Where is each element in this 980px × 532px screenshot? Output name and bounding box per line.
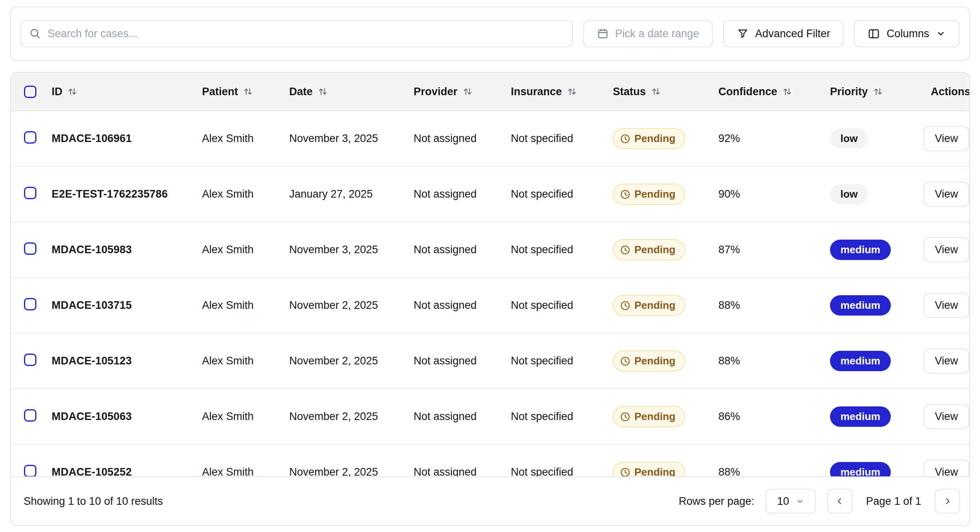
table-row: E2E-TEST-1762235786 Alex Smith January 2…	[11, 167, 969, 222]
search-icon	[29, 28, 41, 40]
actions-cell: View	[921, 460, 969, 476]
patient-name: Alex Smith	[202, 410, 289, 423]
status-badge: Pending	[613, 295, 685, 316]
row-checkbox[interactable]	[24, 131, 36, 144]
case-date: November 2, 2025	[289, 466, 414, 476]
sort-arrows-icon	[872, 86, 884, 98]
clock-icon	[620, 356, 630, 366]
view-button[interactable]: View	[924, 182, 969, 207]
column-header-date[interactable]: Date	[289, 86, 414, 98]
clock-icon	[620, 467, 630, 477]
sort-arrows-icon	[66, 86, 78, 98]
row-checkbox[interactable]	[24, 354, 36, 366]
table-row: MDACE-105123 Alex Smith November 2, 2025…	[11, 334, 969, 389]
priority-cell: medium	[830, 351, 921, 371]
column-label: Priority	[830, 86, 868, 98]
column-header-confidence[interactable]: Confidence	[718, 86, 830, 98]
clock-icon	[620, 412, 630, 422]
column-header-id[interactable]: ID	[52, 86, 202, 98]
view-button[interactable]: View	[924, 293, 969, 318]
view-button[interactable]: View	[924, 237, 969, 262]
confidence: 90%	[718, 188, 830, 200]
column-label: Status	[613, 86, 646, 98]
column-header-priority[interactable]: Priority	[830, 86, 921, 98]
insurance: Not specified	[511, 244, 613, 256]
calendar-icon	[597, 28, 609, 40]
row-checkbox-cell	[11, 187, 52, 202]
sort-arrows-icon	[242, 86, 254, 98]
view-button[interactable]: View	[924, 460, 969, 476]
priority-cell: medium	[830, 295, 921, 316]
rows-per-page-select[interactable]: 10	[766, 489, 816, 514]
row-checkbox[interactable]	[24, 409, 36, 422]
date-range-button[interactable]: Pick a date range	[583, 20, 713, 47]
column-label: Confidence	[718, 86, 777, 98]
row-checkbox[interactable]	[24, 298, 36, 310]
provider: Not assigned	[414, 355, 511, 367]
view-button[interactable]: View	[924, 126, 969, 151]
table-row: MDACE-103715 Alex Smith November 2, 2025…	[11, 278, 969, 334]
search-input[interactable]	[48, 28, 564, 40]
actions-cell: View	[921, 348, 969, 374]
priority-badge: medium	[830, 351, 891, 371]
status-label: Pending	[634, 244, 676, 256]
actions-cell: View	[921, 126, 969, 151]
next-page-button[interactable]	[935, 489, 960, 514]
page-indicator: Page 1 of 1	[866, 495, 921, 508]
status-badge: Pending	[613, 184, 685, 205]
column-header-provider[interactable]: Provider	[414, 86, 511, 98]
column-header-insurance[interactable]: Insurance	[511, 86, 613, 98]
priority-badge: medium	[830, 240, 891, 260]
case-id: MDACE-106961	[52, 132, 202, 145]
column-label: ID	[52, 86, 62, 98]
provider: Not assigned	[414, 299, 511, 312]
row-checkbox[interactable]	[24, 465, 36, 477]
case-id: E2E-TEST-1762235786	[52, 188, 202, 200]
status-cell: Pending	[613, 295, 718, 316]
view-button[interactable]: View	[924, 348, 969, 374]
case-id: MDACE-105983	[52, 244, 202, 256]
status-badge: Pending	[613, 239, 685, 260]
confidence: 87%	[718, 244, 830, 256]
row-checkbox[interactable]	[24, 242, 36, 255]
actions-cell: View	[921, 293, 969, 318]
table-header-row: ID Patient Date Provider Insurance Statu…	[11, 73, 969, 111]
status-badge: Pending	[613, 350, 685, 372]
status-badge: Pending	[613, 462, 685, 476]
row-checkbox[interactable]	[24, 187, 36, 199]
confidence: 88%	[718, 466, 830, 476]
priority-cell: medium	[830, 240, 921, 260]
column-label: Provider	[414, 86, 458, 98]
advanced-filter-button[interactable]: Advanced Filter	[723, 20, 844, 47]
search-box[interactable]	[20, 20, 573, 47]
pagination-controls: Rows per page: 10 Page 1 of 1	[679, 489, 960, 514]
status-cell: Pending	[613, 184, 718, 205]
column-header-status[interactable]: Status	[613, 86, 718, 98]
cases-table: ID Patient Date Provider Insurance Statu…	[10, 72, 970, 526]
status-label: Pending	[634, 466, 676, 476]
select-all-checkbox[interactable]	[24, 86, 36, 98]
patient-name: Alex Smith	[202, 299, 289, 312]
prev-page-button[interactable]	[827, 489, 852, 514]
priority-badge: low	[830, 128, 868, 149]
status-cell: Pending	[613, 128, 718, 149]
case-id: MDACE-105123	[52, 355, 202, 367]
toolbar: Pick a date range Advanced Filter Column…	[10, 6, 970, 61]
insurance: Not specified	[511, 132, 613, 145]
status-cell: Pending	[613, 462, 718, 476]
status-cell: Pending	[613, 406, 718, 427]
column-label: Insurance	[511, 86, 562, 98]
sort-arrows-icon	[462, 86, 474, 98]
status-badge: Pending	[613, 128, 685, 149]
sort-arrows-icon	[566, 86, 578, 98]
columns-button[interactable]: Columns	[854, 20, 960, 47]
column-label: Date	[289, 86, 313, 98]
column-header-patient[interactable]: Patient	[202, 86, 289, 98]
view-button[interactable]: View	[924, 404, 969, 429]
priority-cell: medium	[830, 462, 921, 476]
actions-cell: View	[921, 182, 969, 207]
row-checkbox-cell	[11, 409, 52, 424]
status-cell: Pending	[613, 239, 718, 260]
case-date: November 3, 2025	[289, 132, 414, 145]
advanced-filter-label: Advanced Filter	[755, 28, 830, 40]
